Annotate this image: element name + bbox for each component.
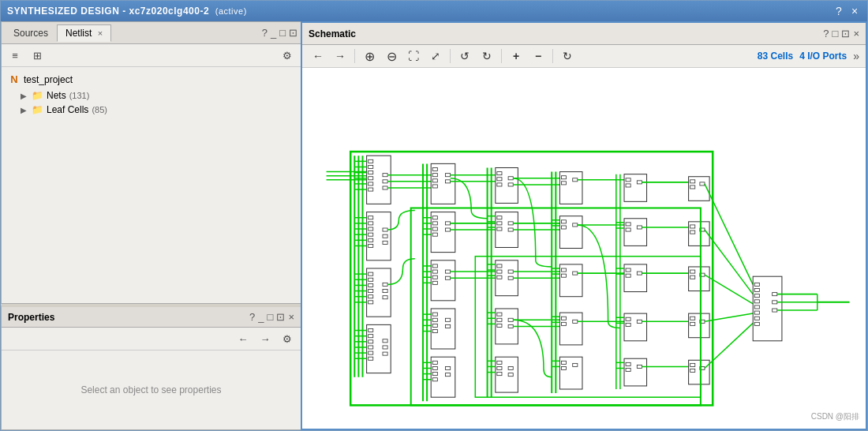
sch-more-btn[interactable]: » bbox=[853, 50, 859, 62]
svg-rect-148 bbox=[497, 275, 502, 279]
properties-empty-message: Select an object to see properties bbox=[2, 350, 301, 429]
svg-rect-188 bbox=[573, 178, 578, 182]
properties-restore-btn[interactable]: □ bbox=[268, 311, 274, 323]
svg-rect-21 bbox=[383, 228, 387, 231]
properties-expand-btn[interactable]: ⊡ bbox=[276, 311, 285, 323]
svg-rect-143 bbox=[508, 222, 513, 225]
schematic-close-btn[interactable]: × bbox=[853, 28, 859, 39]
svg-rect-108 bbox=[446, 373, 451, 377]
svg-rect-146 bbox=[497, 264, 502, 268]
netlist-minimize-btn[interactable]: _ bbox=[271, 27, 276, 39]
svg-rect-19 bbox=[369, 238, 373, 242]
sch-add-btn[interactable]: + bbox=[507, 47, 526, 65]
netlist-restore-btn[interactable]: □ bbox=[279, 27, 286, 39]
svg-rect-103 bbox=[432, 361, 437, 364]
properties-empty-text: Select an object to see properties bbox=[80, 384, 221, 395]
prop-back-btn[interactable]: ← bbox=[234, 330, 252, 347]
svg-rect-155 bbox=[508, 318, 513, 321]
main-window: SYNTHESIZED DESIGN - xc7z020clg400-2 (ac… bbox=[0, 0, 868, 431]
svg-rect-140 bbox=[497, 216, 502, 219]
toolbar-list-icon[interactable]: ≡ bbox=[6, 47, 24, 64]
svg-rect-237 bbox=[626, 368, 630, 371]
schematic-header: Schematic ? □ ⊡ × bbox=[302, 23, 866, 45]
svg-rect-86 bbox=[446, 222, 451, 225]
window-controls: ? × bbox=[832, 6, 861, 17]
properties-help-btn[interactable]: ? bbox=[249, 311, 255, 323]
svg-rect-225 bbox=[626, 228, 630, 231]
tab-netlist-close[interactable]: × bbox=[98, 28, 103, 38]
schematic-expand-btn[interactable]: ⊡ bbox=[841, 28, 850, 39]
properties-close-btn[interactable]: × bbox=[288, 311, 294, 323]
help-button[interactable]: ? bbox=[832, 6, 845, 17]
svg-rect-282 bbox=[754, 294, 759, 298]
prop-forward-btn[interactable]: → bbox=[256, 330, 274, 347]
tab-netlist[interactable]: Netlist × bbox=[57, 24, 111, 42]
schematic-restore-btn[interactable]: □ bbox=[832, 28, 839, 39]
schematic-help-btn[interactable]: ? bbox=[823, 28, 829, 39]
svg-rect-229 bbox=[626, 274, 630, 277]
svg-rect-106 bbox=[432, 378, 437, 381]
sch-fit-sel-btn[interactable]: ⤢ bbox=[426, 47, 445, 65]
title-status: (active) bbox=[215, 6, 247, 16]
sch-zoomin-btn[interactable]: ⊕ bbox=[360, 47, 379, 65]
window-title: SYNTHESIZED DESIGN - xc7z020clg400-2 (ac… bbox=[7, 6, 247, 17]
svg-rect-259 bbox=[690, 225, 695, 228]
svg-rect-288 bbox=[773, 293, 777, 296]
svg-rect-255 bbox=[690, 180, 695, 183]
svg-rect-230 bbox=[637, 272, 642, 275]
netlist-help-btn[interactable]: ? bbox=[262, 27, 268, 39]
svg-rect-28 bbox=[369, 290, 373, 293]
svg-rect-190 bbox=[561, 220, 566, 223]
tree-item-leafcells[interactable]: ▶ 📁 Leaf Cells (85) bbox=[5, 103, 297, 117]
svg-rect-38 bbox=[369, 346, 373, 349]
svg-rect-192 bbox=[573, 223, 578, 227]
schematic-canvas[interactable]: CSDN @阳排 bbox=[302, 68, 866, 429]
tab-netlist-label: Netlist bbox=[65, 28, 92, 39]
sch-cells-label: 83 Cells bbox=[758, 51, 793, 62]
svg-rect-150 bbox=[508, 276, 513, 279]
sch-zoomout-btn[interactable]: ⊖ bbox=[382, 47, 401, 65]
svg-rect-226 bbox=[637, 226, 642, 229]
properties-title: Properties bbox=[8, 312, 249, 323]
sch-fit-full-btn[interactable]: ⛶ bbox=[404, 47, 423, 65]
svg-rect-134 bbox=[497, 172, 502, 175]
svg-rect-41 bbox=[383, 339, 387, 343]
svg-rect-92 bbox=[432, 281, 437, 284]
tree-item-nets[interactable]: ▶ 📁 Nets (131) bbox=[5, 88, 297, 103]
svg-rect-42 bbox=[383, 346, 387, 349]
properties-minimize-btn[interactable]: _ bbox=[258, 311, 264, 323]
svg-rect-39 bbox=[369, 351, 373, 354]
svg-rect-257 bbox=[700, 182, 705, 186]
svg-rect-40 bbox=[369, 357, 373, 360]
sch-rotate-l-btn[interactable]: ↺ bbox=[455, 47, 474, 65]
sch-refresh-btn[interactable]: ↻ bbox=[558, 47, 577, 65]
svg-rect-97 bbox=[432, 318, 437, 321]
schematic-info: 83 Cells 4 I/O Ports » bbox=[580, 50, 859, 62]
prop-settings-btn[interactable]: ⚙ bbox=[279, 330, 296, 347]
content-area: Sources Netlist × ? _ □ ⊡ ≡ bbox=[1, 21, 867, 430]
sch-forward-btn[interactable]: → bbox=[331, 47, 350, 65]
svg-rect-91 bbox=[432, 275, 437, 279]
sch-sep-1 bbox=[354, 49, 355, 63]
svg-rect-283 bbox=[754, 300, 759, 303]
tab-sources[interactable]: Sources bbox=[5, 24, 57, 42]
close-button[interactable]: × bbox=[848, 6, 861, 17]
svg-rect-135 bbox=[497, 178, 502, 181]
netlist-tab-bar: Sources Netlist × ? _ □ ⊡ bbox=[2, 22, 301, 44]
schematic-toolbar: ← → ⊕ ⊖ ⛶ ⤢ ↺ ↻ + − ↻ 83 Cells 4 I/O Por… bbox=[302, 45, 866, 68]
toolbar-settings-icon[interactable]: ⚙ bbox=[279, 47, 296, 64]
toolbar-grid-icon[interactable]: ⊞ bbox=[28, 47, 46, 64]
svg-rect-105 bbox=[432, 373, 437, 376]
netlist-expand-btn[interactable]: ⊡ bbox=[289, 27, 297, 39]
properties-header: Properties ? _ □ ⊡ × bbox=[2, 307, 301, 328]
tree-root-label: test_project bbox=[24, 74, 73, 85]
svg-rect-222 bbox=[637, 181, 642, 184]
sch-rotate-r-btn[interactable]: ↻ bbox=[477, 47, 496, 65]
sch-back-btn[interactable]: ← bbox=[309, 47, 327, 65]
svg-rect-271 bbox=[690, 363, 695, 366]
sch-remove-btn[interactable]: − bbox=[529, 47, 548, 65]
svg-rect-228 bbox=[626, 268, 630, 272]
svg-rect-23 bbox=[383, 241, 387, 244]
tree-root-item[interactable]: N test_project bbox=[5, 72, 297, 87]
svg-rect-7 bbox=[369, 171, 373, 174]
